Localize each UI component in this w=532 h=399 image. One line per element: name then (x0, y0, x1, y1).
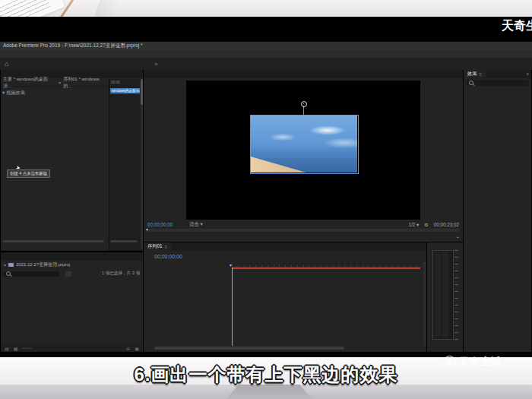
project-search-input[interactable] (3, 271, 59, 277)
effects-panel: 效果≡ » (464, 70, 531, 352)
paper-text-lines (0, 0, 51, 17)
desk-background-top (0, 0, 532, 17)
search-icon (469, 81, 473, 85)
tab-effects[interactable]: 效果≡ (464, 70, 486, 78)
timeline-playhead[interactable]: ▾ (230, 262, 232, 268)
program-monitor-tabbar (144, 70, 463, 78)
video-effects-section-header[interactable]: ▾ 视频效果 (2, 90, 25, 97)
meter-scale-ticks (454, 250, 458, 340)
zoom-slider[interactable]: ─○─ (22, 346, 31, 350)
zoom-level-select[interactable]: 适合 ▾ (189, 221, 203, 228)
effect-controls-source-row[interactable]: 主要 * windows的桌面演… ▾ 序列01 * windows的… (1, 79, 108, 87)
timeline-vertical-scrollbar[interactable] (423, 262, 426, 346)
program-playhead[interactable]: ▾ (146, 226, 148, 232)
icon-view-icon[interactable]: ▦ (14, 346, 18, 351)
rotate-handle-icon[interactable] (301, 101, 307, 107)
rotate-handle-dot (303, 103, 305, 105)
panel-overflow-icon[interactable]: » (524, 70, 531, 78)
settings-wrench-icon[interactable]: ⚙ (424, 222, 429, 227)
project-filename: 2021.12.27变屏使用.prproj (16, 261, 70, 268)
program-current-timecode[interactable]: 00;00;00;00 (147, 222, 173, 227)
clip-selection-frame[interactable] (250, 115, 359, 174)
playhead-line (232, 268, 233, 346)
render-bar-red (232, 268, 420, 269)
project-icon (8, 263, 14, 267)
mask-tooltip: 创建 4 点多边形蒙版 (7, 169, 50, 178)
effect-controls-vertical-scrollbar[interactable] (141, 79, 143, 249)
bin-icon[interactable]: ▣ (135, 346, 139, 351)
meter-left-channel (435, 252, 441, 337)
monitor-photo: 天奇生活 Adobe Premiere Pro 2019 - F:\new\20… (0, 0, 532, 399)
workspace-overflow-icon[interactable]: » (154, 62, 157, 67)
source-clip-label: 主要 * windows的桌面演… (3, 76, 56, 90)
source-sequence-label: 序列01 * windows的… (63, 76, 108, 90)
mini-timeline-timecode: 00:00 (111, 81, 120, 84)
workspace-bar: ⌂ » (0, 58, 532, 70)
meter-right-channel (442, 252, 448, 337)
audio-meter (432, 250, 454, 340)
effect-controls-panel: 主要 * windows的桌面演… ▾ 序列01 * windows的… ▾ 视… (1, 70, 143, 251)
tutorial-caption: 6.画出一个带有上下黑边的效果 (0, 363, 532, 387)
mini-timeline-clip[interactable]: windows的桌面演示 (110, 88, 140, 93)
project-path-row[interactable]: ▾ 2021.12.27变屏使用.prproj (1, 261, 143, 268)
menu-bar (0, 50, 532, 58)
effect-controls-mini-timeline[interactable]: 00:00 windows的桌面演示 (109, 79, 141, 251)
shadow (92, 0, 122, 17)
timeline-timecode[interactable]: 00;00;00;00 (154, 254, 182, 259)
effect-controls-horizontal-scrollbar[interactable] (2, 240, 104, 242)
effects-search-input[interactable] (466, 80, 529, 86)
timeline-horizontal-scrollbar[interactable] (154, 347, 344, 350)
mini-timeline-scrollbar[interactable] (110, 240, 138, 242)
paper-sheet (0, 0, 65, 17)
program-duration: 00;00;23;02 (434, 222, 459, 227)
timeline-panel: 序列01≡ 00;00;00;00 ▾ (144, 242, 426, 352)
program-scrub-bar[interactable] (147, 229, 460, 232)
chevron-down-icon: ▾ (59, 80, 61, 85)
search-icon (6, 271, 11, 276)
project-tabbar (1, 252, 143, 261)
window-title: Adobe Premiere Pro 2019 - F:\new\2021.12… (3, 43, 143, 49)
program-monitor-panel: 00;00;00;00 适合 ▾ 1/2 ▾ ⚙ 00;00;23;02 ▾ + (144, 70, 463, 242)
window-titlebar[interactable]: Adobe Premiere Pro 2019 - F:\new\2021.12… (0, 42, 532, 50)
project-panel-toolbar: ▤ ▦ ─○─ ⊞ ▣ (1, 344, 143, 352)
list-view-icon[interactable]: ▤ (5, 346, 9, 351)
new-item-icon[interactable]: ⊞ (126, 346, 130, 351)
playback-resolution-select[interactable]: 1/2 ▾ (408, 222, 419, 227)
button-editor-icon[interactable]: + (456, 235, 459, 239)
filter-bin-icon[interactable] (65, 271, 71, 277)
audio-meters-panel (427, 242, 463, 352)
project-panel: ▾ 2021.12.27变屏使用.prproj 1 项已选择，共 3 项 ▤ ▦… (1, 252, 143, 352)
selection-status: 1 项已选择，共 3 项 (102, 271, 140, 277)
program-video-stage[interactable] (186, 81, 420, 220)
timeline-ruler[interactable] (232, 258, 422, 268)
tab-sequence-01[interactable]: 序列01≡ (144, 242, 171, 251)
watermark-top-right: 天奇生活 (502, 18, 532, 35)
home-icon[interactable]: ⌂ (5, 60, 8, 68)
